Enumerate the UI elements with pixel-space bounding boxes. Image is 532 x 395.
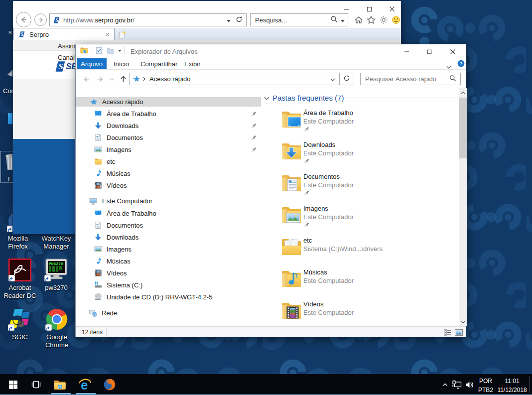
start-button[interactable]: [2, 374, 24, 395]
breadcrumb-chevron-icon[interactable]: [143, 75, 145, 83]
group-collapse-icon[interactable]: [264, 93, 269, 102]
tree-item-cd-drive[interactable]: Unidade de CD (D:) RHV-WGT-4.2-5: [76, 292, 261, 302]
tree-item-pc-area-de-trabalho[interactable]: Área de Trabalho: [76, 208, 261, 218]
tray-clock[interactable]: 11:01 11/12/2018: [496, 377, 528, 395]
tray-network-button[interactable]: [450, 374, 463, 395]
tree-item-pc-imagens[interactable]: Imagens: [76, 244, 261, 254]
address-dropdown-icon[interactable]: [330, 75, 335, 83]
desktop-icon-sgic[interactable]: SGIC: [1, 308, 39, 341]
task-view-button[interactable]: [25, 374, 47, 395]
tile-etc[interactable]: etc Sistema (C:)\Wind...\drivers: [261, 236, 459, 265]
desktop-icon-pw3270[interactable]: PW3270 pw3270: [37, 259, 75, 292]
ie-back-button[interactable]: [16, 12, 31, 27]
details-view-button[interactable]: [442, 328, 452, 337]
refresh-icon[interactable]: [236, 16, 243, 24]
qat-customize-bar: [118, 49, 122, 49]
nav-recent-dropdown-icon[interactable]: [108, 70, 116, 88]
tree-item-pc-videos[interactable]: Vídeos: [76, 268, 261, 278]
group-header[interactable]: Pastas frequentes (7): [264, 93, 344, 102]
explorer-address-bar[interactable]: Acesso rápido: [129, 73, 354, 85]
ie-minimize-button[interactable]: [339, 4, 354, 13]
help-icon[interactable]: ?: [457, 60, 465, 69]
scroll-down-icon[interactable]: [459, 318, 467, 326]
ie-address-bar[interactable]: http://www.serpro.gov.br/: [49, 13, 247, 26]
search-dropdown-icon[interactable]: [341, 16, 345, 24]
serpro-logo: SE: [54, 60, 77, 73]
tile-imagens[interactable]: Imagens Este Computador: [261, 204, 459, 234]
address-separator: [339, 73, 340, 85]
qat-properties-icon[interactable]: [95, 47, 103, 54]
explorer-search-icon[interactable]: [449, 75, 456, 83]
address-location[interactable]: Acesso rápido: [149, 75, 190, 83]
tree-item-label: Vídeos: [107, 182, 127, 189]
tile-videos[interactable]: Vídeos Este Computador: [261, 299, 459, 329]
nav-up-button[interactable]: [117, 70, 129, 88]
maximize-icon: [427, 49, 432, 54]
tile-downloads[interactable]: Downloads Este Computador: [261, 140, 459, 170]
ie-settings-button[interactable]: [379, 15, 388, 26]
nav-back-button[interactable]: [80, 70, 92, 88]
tree-item-label: Músicas: [107, 170, 131, 177]
tree-item-etc[interactable]: etc: [76, 156, 261, 166]
desktop-icon-chrome[interactable]: Google Chrome: [38, 308, 76, 349]
explorer-search-box[interactable]: Pesquisar Acesso rápido: [360, 73, 461, 85]
tile-area-de-trabalho[interactable]: Área de Trabalho Este Computador: [261, 108, 459, 138]
tree-item-acesso-rapido[interactable]: Acesso rápido: [76, 97, 261, 107]
forward-arrow-icon: [37, 16, 44, 23]
scrollbar-thumb[interactable]: [459, 98, 467, 158]
explorer-maximize-button[interactable]: [421, 47, 438, 56]
qat-customize-icon[interactable]: [118, 49, 122, 52]
tree-item-este-computador[interactable]: Este Computador: [76, 196, 261, 206]
ie-close-button[interactable]: [385, 4, 399, 13]
ie-home-button[interactable]: [354, 15, 363, 26]
ribbon-tab-inicio[interactable]: Início: [109, 58, 134, 69]
tree-item-area-de-trabalho[interactable]: Área de Trabalho: [76, 109, 261, 119]
taskbar-firefox-button[interactable]: [98, 374, 122, 395]
tile-musicas[interactable]: Músicas Este Computador: [261, 267, 459, 297]
refresh-glyph: [343, 75, 350, 82]
tab-serpro[interactable]: Serpro: [13, 28, 115, 40]
new-tab-button[interactable]: [116, 29, 128, 39]
ie-favorites-button[interactable]: [367, 15, 376, 26]
tree-item-documentos[interactable]: Documentos: [76, 132, 261, 142]
tab-close-icon[interactable]: [105, 31, 110, 38]
taskbar-explorer-button[interactable]: [48, 374, 72, 395]
scrollbar[interactable]: [459, 88, 467, 326]
explorer-minimize-button[interactable]: [398, 47, 415, 56]
tile-documentos[interactable]: Documentos Este Computador: [261, 172, 459, 202]
tree-item-videos[interactable]: Vídeos: [76, 180, 261, 190]
taskbar: POR PTB2 11:01 11/12/2018: [0, 374, 532, 395]
tree-item-pc-downloads[interactable]: Downloads: [76, 232, 261, 242]
ie-feedback-button[interactable]: [392, 15, 400, 26]
large-icons-view-button[interactable]: [454, 328, 464, 337]
tree-item-imagens[interactable]: Imagens: [76, 144, 261, 154]
ie-search-box[interactable]: Pesquisa...: [250, 13, 348, 26]
tree-item-downloads[interactable]: Downloads: [76, 121, 261, 131]
tree-item-label: Documentos: [107, 222, 143, 229]
tray-expand-button[interactable]: [439, 374, 450, 395]
ie-forward-button[interactable]: [34, 13, 47, 26]
tree-item-rede[interactable]: Rede: [76, 308, 261, 318]
desktop-icon-acrobat[interactable]: Acrobat Reader DC: [1, 259, 39, 300]
qat-new-folder-icon[interactable]: [107, 47, 114, 54]
tray-volume-button[interactable]: [462, 374, 475, 395]
tray-language-indicator[interactable]: POR PTB2: [476, 377, 495, 395]
explorer-close-button[interactable]: [444, 47, 461, 56]
tree-item-pc-documentos[interactable]: Documentos: [76, 220, 261, 230]
pin-icon: [303, 126, 310, 132]
ribbon-tab-compartilhar[interactable]: Compartilhar: [135, 58, 182, 69]
ribbon-tab-exibir[interactable]: Exibir: [179, 58, 206, 69]
scroll-up-icon[interactable]: [459, 88, 467, 97]
ribbon-tab-arquivo[interactable]: Arquivo: [77, 58, 107, 69]
url-dropdown-icon[interactable]: [227, 16, 231, 24]
tree-item-musicas[interactable]: Músicas: [76, 168, 261, 178]
ie-maximize-button[interactable]: [362, 4, 377, 13]
nav-forward-button[interactable]: [95, 70, 107, 88]
tree-item-sistema-c[interactable]: Sistema (C:): [76, 280, 261, 290]
search-icon[interactable]: [330, 15, 338, 24]
shortcut-arrow-glyph: [8, 326, 14, 332]
taskbar-ie-button[interactable]: [73, 374, 97, 395]
tree-item-pc-musicas[interactable]: Músicas: [76, 256, 261, 266]
address-refresh-icon[interactable]: [343, 75, 350, 83]
page-menu-item[interactable]: Assina: [58, 42, 77, 50]
